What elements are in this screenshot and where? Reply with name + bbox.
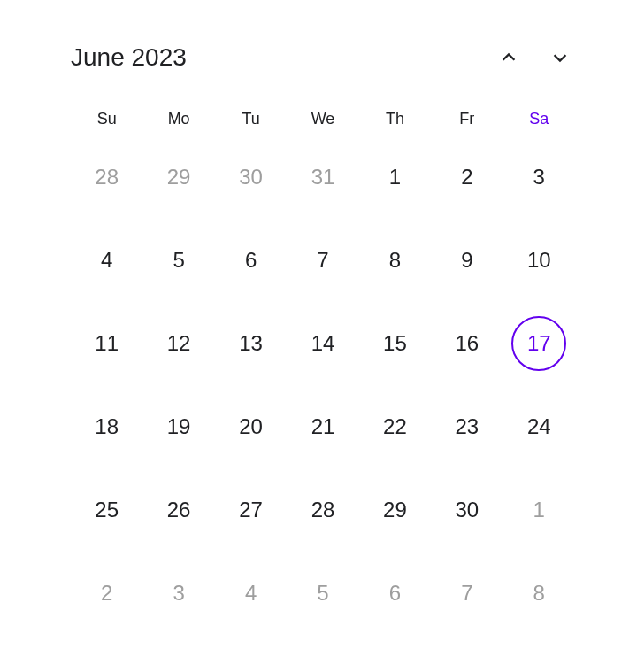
day-cell[interactable]: 28	[71, 150, 142, 205]
day-cell[interactable]: 27	[215, 483, 287, 537]
day-cell[interactable]: 20	[215, 399, 287, 454]
day-number: 3	[151, 566, 206, 621]
day-cell[interactable]: 6	[215, 233, 287, 288]
day-cell[interactable]: 17	[503, 316, 575, 371]
day-number: 6	[367, 566, 422, 621]
day-number: 9	[440, 233, 495, 288]
chevron-down-icon	[550, 48, 570, 67]
day-cell[interactable]: 6	[359, 566, 431, 621]
day-number: 22	[367, 399, 422, 454]
day-cell[interactable]: 21	[287, 399, 358, 454]
day-cell[interactable]: 1	[359, 150, 431, 205]
day-number: 19	[151, 399, 206, 454]
day-number: 17	[511, 316, 566, 371]
day-cell[interactable]: 31	[287, 150, 358, 205]
day-number: 5	[151, 233, 206, 288]
day-number: 7	[440, 566, 495, 621]
day-number: 16	[440, 316, 495, 371]
day-number: 23	[440, 399, 495, 454]
weekday-label: Sa	[503, 104, 575, 134]
nav-buttons	[494, 42, 575, 73]
day-number: 2	[80, 566, 134, 621]
day-number: 25	[80, 483, 134, 537]
day-cell[interactable]: 7	[287, 233, 358, 288]
day-grid: 2829303112345678910111213141516171819202…	[71, 150, 575, 621]
day-number: 29	[367, 483, 422, 537]
weekday-label: Tu	[215, 104, 287, 134]
weekday-label: Mo	[142, 104, 214, 134]
day-cell[interactable]: 30	[431, 483, 503, 537]
day-cell[interactable]: 4	[215, 566, 287, 621]
day-number: 18	[80, 399, 134, 454]
day-number: 12	[151, 316, 206, 371]
day-number: 10	[511, 233, 566, 288]
day-cell[interactable]: 11	[71, 316, 142, 371]
day-number: 3	[511, 150, 566, 205]
day-number: 14	[295, 316, 350, 371]
day-cell[interactable]: 1	[503, 483, 575, 537]
day-cell[interactable]: 13	[215, 316, 287, 371]
month-title: June 2023	[71, 43, 187, 72]
day-cell[interactable]: 26	[142, 483, 214, 537]
weekday-label: Th	[359, 104, 431, 134]
day-cell[interactable]: 4	[71, 233, 142, 288]
day-cell[interactable]: 22	[359, 399, 431, 454]
day-number: 7	[295, 233, 350, 288]
day-cell[interactable]: 19	[142, 399, 214, 454]
day-cell[interactable]: 3	[142, 566, 214, 621]
day-cell[interactable]: 12	[142, 316, 214, 371]
day-cell[interactable]: 14	[287, 316, 358, 371]
calendar-header: June 2023	[71, 42, 575, 73]
day-cell[interactable]: 24	[503, 399, 575, 454]
day-number: 24	[511, 399, 566, 454]
day-cell[interactable]: 8	[503, 566, 575, 621]
day-number: 21	[295, 399, 350, 454]
day-number: 8	[367, 233, 422, 288]
day-number: 11	[80, 316, 134, 371]
day-number: 20	[224, 399, 279, 454]
weekday-row: SuMoTuWeThFrSa	[71, 104, 575, 134]
weekday-label: Fr	[431, 104, 503, 134]
chevron-up-icon	[499, 48, 518, 67]
day-cell[interactable]: 28	[287, 483, 358, 537]
day-number: 6	[224, 233, 279, 288]
day-cell[interactable]: 10	[503, 233, 575, 288]
day-cell[interactable]: 18	[71, 399, 142, 454]
weekday-label: We	[287, 104, 358, 134]
weekday-label: Su	[71, 104, 142, 134]
day-cell[interactable]: 29	[142, 150, 214, 205]
day-number: 27	[224, 483, 279, 537]
next-month-button[interactable]	[545, 42, 575, 73]
day-number: 1	[367, 150, 422, 205]
day-number: 15	[367, 316, 422, 371]
day-cell[interactable]: 5	[287, 566, 358, 621]
day-cell[interactable]: 30	[215, 150, 287, 205]
day-number: 13	[224, 316, 279, 371]
day-cell[interactable]: 2	[71, 566, 142, 621]
day-cell[interactable]: 9	[431, 233, 503, 288]
day-cell[interactable]: 16	[431, 316, 503, 371]
day-cell[interactable]: 29	[359, 483, 431, 537]
day-number: 1	[511, 483, 566, 537]
day-cell[interactable]: 25	[71, 483, 142, 537]
day-number: 2	[440, 150, 495, 205]
day-number: 30	[224, 150, 279, 205]
day-cell[interactable]: 8	[359, 233, 431, 288]
day-number: 29	[151, 150, 206, 205]
day-cell[interactable]: 2	[431, 150, 503, 205]
prev-month-button[interactable]	[494, 42, 524, 73]
day-cell[interactable]: 7	[431, 566, 503, 621]
day-cell[interactable]: 5	[142, 233, 214, 288]
day-number: 4	[224, 566, 279, 621]
day-cell[interactable]: 15	[359, 316, 431, 371]
day-number: 28	[295, 483, 350, 537]
calendar: June 2023 SuMoTuWeThFrSa 282930311234567…	[0, 0, 637, 638]
day-number: 30	[440, 483, 495, 537]
day-number: 28	[80, 150, 134, 205]
day-number: 5	[295, 566, 350, 621]
day-number: 31	[295, 150, 350, 205]
day-number: 8	[511, 566, 566, 621]
day-cell[interactable]: 3	[503, 150, 575, 205]
day-number: 4	[80, 233, 134, 288]
day-cell[interactable]: 23	[431, 399, 503, 454]
